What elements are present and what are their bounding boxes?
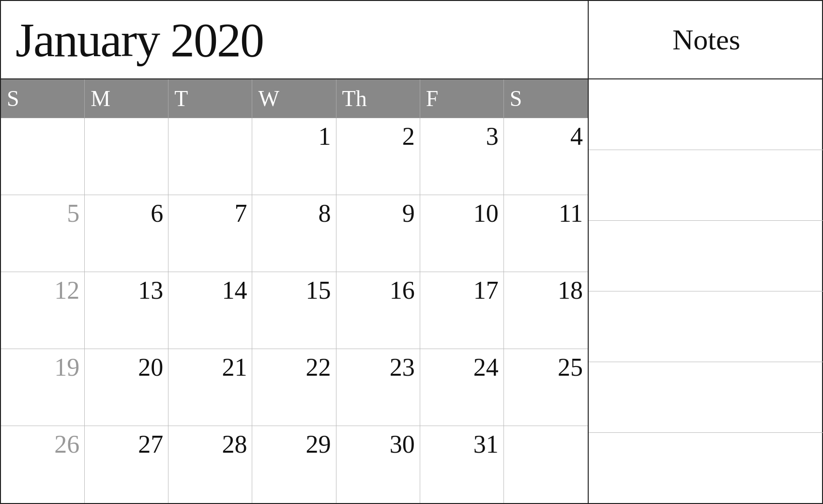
- calendar-cell: 31: [420, 426, 504, 503]
- calendar-main: January 2020 S M T W Th F S 123456789101…: [1, 1, 589, 503]
- calendar-cell: [168, 118, 252, 195]
- notes-panel: Notes: [589, 1, 823, 503]
- calendar-cell: 24: [420, 349, 504, 426]
- notes-line-2[interactable]: [589, 150, 823, 221]
- calendar-week-1: 1234: [1, 118, 588, 195]
- day-header-sat: S: [504, 79, 588, 118]
- calendar-cell: 12: [1, 272, 85, 349]
- day-header-thu: Th: [336, 79, 420, 118]
- calendar-cell: 23: [336, 349, 420, 426]
- notes-line-4[interactable]: [589, 291, 823, 362]
- calendar-cell: 30: [336, 426, 420, 503]
- calendar-wrapper: January 2020 S M T W Th F S 123456789101…: [0, 0, 823, 504]
- calendar-cell: 17: [420, 272, 504, 349]
- calendar-cell: 2: [336, 118, 420, 195]
- notes-line-1[interactable]: [589, 79, 823, 150]
- notes-title: Notes: [672, 23, 740, 57]
- calendar-week-2: 567891011: [1, 195, 588, 272]
- day-header-fri: F: [420, 79, 504, 118]
- calendar-cell: 21: [168, 349, 252, 426]
- calendar-cell: 7: [168, 195, 252, 272]
- day-headers-row: S M T W Th F S: [1, 79, 588, 118]
- calendar-cell: [504, 426, 588, 503]
- calendar-cell: 19: [1, 349, 85, 426]
- day-header-sun: S: [1, 79, 85, 118]
- calendar-cell: 8: [252, 195, 336, 272]
- calendar-cell: 26: [1, 426, 85, 503]
- day-header-wed: W: [252, 79, 336, 118]
- notes-line-6[interactable]: [589, 433, 823, 503]
- calendar-cell: 9: [336, 195, 420, 272]
- notes-header: Notes: [589, 1, 823, 79]
- calendar-cell: 18: [504, 272, 588, 349]
- calendar-cell: 22: [252, 349, 336, 426]
- calendar-cell: 6: [85, 195, 168, 272]
- day-header-tue: T: [168, 79, 252, 118]
- calendar-cell: 13: [85, 272, 168, 349]
- calendar-grid: 1234567891011121314151617181920212223242…: [1, 118, 588, 503]
- notes-lines[interactable]: [589, 79, 823, 503]
- calendar-header: January 2020: [1, 1, 588, 79]
- notes-line-5[interactable]: [589, 362, 823, 433]
- calendar-cell: [85, 118, 168, 195]
- calendar-week-4: 19202122232425: [1, 349, 588, 426]
- notes-line-3[interactable]: [589, 221, 823, 291]
- calendar-cell: 14: [168, 272, 252, 349]
- calendar-cell: [1, 118, 85, 195]
- calendar-cell: 28: [168, 426, 252, 503]
- calendar-cell: 16: [336, 272, 420, 349]
- calendar-cell: 25: [504, 349, 588, 426]
- calendar-cell: 15: [252, 272, 336, 349]
- calendar-week-5: 262728293031: [1, 426, 588, 503]
- calendar-cell: 11: [504, 195, 588, 272]
- calendar-cell: 4: [504, 118, 588, 195]
- calendar-cell: 5: [1, 195, 85, 272]
- calendar-cell: 1: [252, 118, 336, 195]
- calendar-title: January 2020: [15, 12, 263, 68]
- day-header-mon: M: [85, 79, 168, 118]
- calendar-cell: 20: [85, 349, 168, 426]
- calendar-cell: 10: [420, 195, 504, 272]
- calendar-cell: 3: [420, 118, 504, 195]
- calendar-cell: 27: [85, 426, 168, 503]
- calendar-cell: 29: [252, 426, 336, 503]
- calendar-week-3: 12131415161718: [1, 272, 588, 349]
